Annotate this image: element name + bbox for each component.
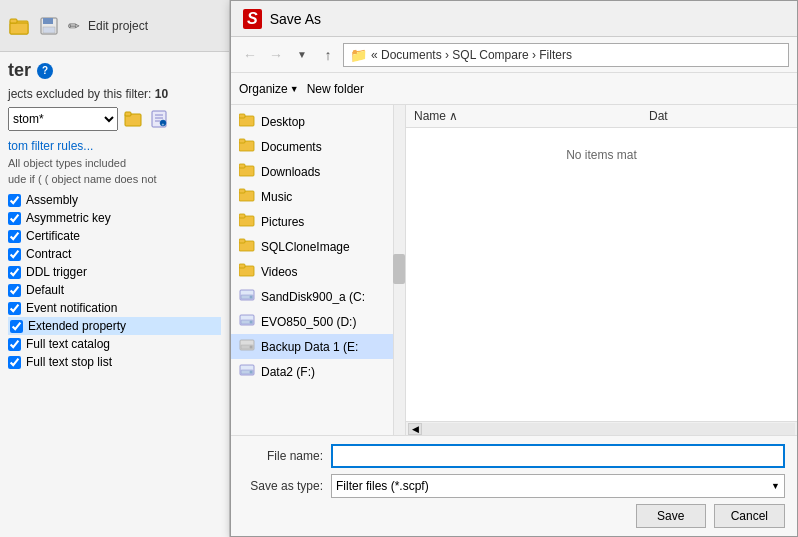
svg-rect-1 [10, 23, 28, 34]
object-label: Event notification [26, 301, 117, 315]
folder-drive-icon [239, 263, 255, 280]
filter-action-icon[interactable]: + [148, 108, 170, 130]
open-filter-icon[interactable] [122, 108, 144, 130]
object-checkbox[interactable] [8, 266, 21, 279]
list-item[interactable]: Certificate [8, 227, 221, 245]
folder-drive-icon [239, 138, 255, 155]
list-item[interactable]: Full text stop list [8, 353, 221, 371]
object-checkbox[interactable] [8, 230, 21, 243]
object-checkbox[interactable] [10, 320, 23, 333]
forward-button[interactable]: → [265, 44, 287, 66]
dialog-bottom-area: File name: Save as type: Filter files (*… [231, 435, 797, 536]
save-button[interactable]: Save [636, 504, 706, 528]
object-label: Default [26, 283, 64, 297]
dialog-title: Save As [270, 11, 321, 27]
object-checkbox[interactable] [8, 248, 21, 261]
list-item[interactable]: Assembly [8, 191, 221, 209]
list-item[interactable]: Contract [8, 245, 221, 263]
all-types-label: All object types included [8, 157, 221, 169]
folder-drive-icon [239, 163, 255, 180]
dialog-sidebar: Desktop Documents Downloads Music Pictur… [231, 105, 406, 435]
file-list-body: No items mat [406, 128, 797, 421]
filename-row: File name: [243, 444, 785, 468]
object-checkbox[interactable] [8, 212, 21, 225]
main-toolbar: ✏ Edit project [0, 0, 229, 52]
sidebar-item[interactable]: Desktop [231, 109, 405, 134]
sidebar-scrollbar[interactable] [393, 105, 405, 435]
filter-title: ter ? [8, 60, 221, 81]
sidebar-item[interactable]: Pictures [231, 209, 405, 234]
list-item[interactable]: Full text catalog [8, 335, 221, 353]
object-label: Full text catalog [26, 337, 110, 351]
sidebar-item[interactable]: EVO850_500 (D:) [231, 309, 405, 334]
filename-label: File name: [243, 449, 323, 463]
sidebar-item[interactable]: Music [231, 184, 405, 209]
object-checkbox[interactable] [8, 284, 21, 297]
sidebar-item[interactable]: Data2 (F:) [231, 359, 405, 384]
sidebar-items-list: Desktop Documents Downloads Music Pictur… [231, 105, 405, 388]
folder-drive-icon [239, 338, 255, 355]
sidebar-item[interactable]: Documents [231, 134, 405, 159]
list-item[interactable]: Default [8, 281, 221, 299]
filetype-label: Save as type: [243, 479, 323, 493]
organize-button[interactable]: Organize ▼ [239, 82, 299, 96]
organize-dropdown-icon: ▼ [290, 84, 299, 94]
object-checkbox[interactable] [8, 356, 21, 369]
dialog-file-toolbar: Organize ▼ New folder [231, 73, 797, 105]
svg-point-33 [250, 321, 253, 324]
open-icon[interactable] [8, 15, 30, 37]
object-label: Asymmetric key [26, 211, 111, 225]
svg-rect-2 [10, 19, 17, 23]
sidebar-item[interactable]: Videos [231, 259, 405, 284]
svg-rect-21 [239, 189, 245, 193]
dialog-actions: Save Cancel [243, 504, 785, 528]
filetype-row: Save as type: Filter files (*.scpf) ▼ [243, 474, 785, 498]
custom-filter-link[interactable]: tom filter rules... [8, 139, 221, 153]
help-icon[interactable]: ? [37, 63, 53, 79]
list-item[interactable]: DDL trigger [8, 263, 221, 281]
horizontal-scrollbar[interactable]: ◀ [406, 421, 797, 435]
filter-title-text: ter [8, 60, 31, 81]
list-item[interactable]: Event notification [8, 299, 221, 317]
sidebar-item[interactable]: Downloads [231, 159, 405, 184]
sidebar-item[interactable]: SandDisk900_a (C: [231, 284, 405, 309]
object-label: Certificate [26, 229, 80, 243]
list-item[interactable]: Extended property [8, 317, 221, 335]
sidebar-item-label: EVO850_500 (D:) [261, 315, 356, 329]
h-scroll-track[interactable] [422, 423, 795, 435]
filetype-value: Filter files (*.scpf) [336, 479, 429, 493]
object-label: Extended property [28, 319, 126, 333]
breadcrumb-bar: 📁 « Documents › SQL Compare › Filters [343, 43, 789, 67]
new-folder-button[interactable]: New folder [307, 82, 364, 96]
sidebar-item[interactable]: Backup Data 1 (E: [231, 334, 405, 359]
object-label: Assembly [26, 193, 78, 207]
col-name-header: Name ∧ [414, 109, 649, 123]
save-as-dialog: S Save As ← → ▼ ↑ 📁 « Documents › SQL Co… [230, 0, 798, 537]
sidebar-scroll-thumb[interactable] [393, 254, 405, 284]
excluded-info: jects excluded by this filter: 10 [8, 87, 221, 101]
object-label: Contract [26, 247, 71, 261]
up-button[interactable]: ↑ [317, 44, 339, 66]
object-checkbox[interactable] [8, 194, 21, 207]
cancel-button[interactable]: Cancel [714, 504, 785, 528]
object-checkbox[interactable] [8, 338, 21, 351]
sidebar-item[interactable]: SQLCloneImage [231, 234, 405, 259]
dropdown-arrow-button[interactable]: ▼ [291, 44, 313, 66]
sidebar-item-label: Pictures [261, 215, 304, 229]
edit-project-label[interactable]: Edit project [88, 19, 148, 33]
svg-point-30 [250, 296, 253, 299]
svg-rect-25 [239, 239, 245, 243]
list-item[interactable]: Asymmetric key [8, 209, 221, 227]
filter-dropdown[interactable]: stom* [8, 107, 118, 131]
filetype-dropdown[interactable]: Filter files (*.scpf) ▼ [331, 474, 785, 498]
save-icon[interactable] [38, 15, 60, 37]
h-scroll-left-btn[interactable]: ◀ [408, 423, 422, 435]
back-button[interactable]: ← [239, 44, 261, 66]
pencil-icon: ✏ [68, 18, 80, 34]
object-checkbox[interactable] [8, 302, 21, 315]
object-list: AssemblyAsymmetric keyCertificateContrac… [8, 191, 221, 371]
svg-point-36 [250, 346, 253, 349]
filename-input[interactable] [331, 444, 785, 468]
breadcrumb-folder-icon: 📁 [350, 47, 367, 63]
dialog-file-area: Name ∧ Dat No items mat ◀ [406, 105, 797, 435]
